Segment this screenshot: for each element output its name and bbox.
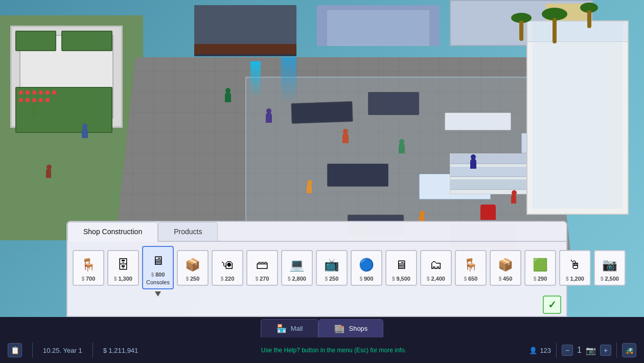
mall-icon: 🏪 — [277, 324, 287, 333]
tab-shop-construction[interactable]: Shop Construction — [67, 222, 158, 242]
item-price-green-screen: $ 290 — [534, 276, 547, 282]
blue-light — [250, 61, 261, 97]
item-icon-rack-small: 📦 — [180, 254, 205, 276]
item-card-counter-mid[interactable]: 🗂$ 2,400 — [420, 250, 452, 286]
zoom-minus-button[interactable]: − — [562, 345, 573, 356]
person-store-5 — [470, 158, 476, 169]
palm-tree-3 — [580, 3, 598, 28]
item-card-rack-small[interactable]: 📦$ 250 — [177, 250, 209, 286]
item-icon-circular-disp: 🔵 — [354, 254, 379, 276]
item-icon-console-stand: 🖥 — [145, 250, 171, 271]
person-count-value: 123 — [540, 347, 551, 354]
zoom-level: 1 — [577, 346, 582, 355]
person-icon: 👤 — [529, 347, 537, 354]
person-store-3 — [342, 133, 349, 143]
help-text: Use the Help? button in the menu (Esc) f… — [148, 347, 519, 354]
palm-tree-2 — [542, 8, 567, 43]
item-icon-shelf-unit: 🗄 — [110, 254, 136, 276]
tab-mall[interactable]: 🏪 Mall — [261, 319, 319, 337]
status-bar: 📋 10.25. Year 1 $ 1,211,941 Use the Help… — [0, 337, 644, 363]
item-card-console-stand[interactable]: 🖥$ 800Consoles — [142, 246, 174, 289]
item-card-gaming-chair[interactable]: 🪑$ 650 — [455, 250, 487, 286]
item-icon-workstation-lg: 💻 — [284, 254, 310, 276]
item-price-counter-mid: $ 2,400 — [427, 276, 445, 282]
item-price-shelf-unit: $ 1,300 — [114, 276, 132, 282]
divider-2 — [93, 343, 93, 358]
palm-tree-1 — [511, 13, 532, 41]
item-card-shelf-wall[interactable]: 🗃$ 270 — [246, 250, 278, 286]
item-price-rack-small: $ 250 — [186, 276, 200, 282]
tab-mall-label: Mall — [291, 325, 303, 332]
shop-construction-panel: Shop Construction Products 🪑$ 700🗄$ 1,30… — [66, 221, 567, 317]
item-price-shelf-wall: $ 270 — [256, 276, 269, 282]
item-card-stand-small[interactable]: 📺$ 250 — [316, 250, 348, 286]
bottom-right-controls: 👤 123 − 1 📷 + 🚜 — [529, 343, 636, 358]
shops-icon: 🏬 — [334, 324, 344, 333]
person-store-7 — [511, 194, 516, 203]
person-store-6 — [307, 184, 312, 193]
money-display: $ 1,211,941 — [103, 347, 139, 354]
person-store-2 — [266, 112, 272, 123]
person-outdoor-1 — [31, 107, 37, 118]
tab-products[interactable]: Products — [158, 222, 218, 241]
item-card-desk-gaming[interactable]: 🖱$ 1,200 — [559, 250, 591, 286]
item-price-kiosk-dark: $ 220 — [221, 276, 235, 282]
tab-shops[interactable]: 🏬 Shops — [318, 319, 383, 337]
item-icon-large-display: 🖥 — [388, 254, 414, 276]
item-icon-stand-small: 📺 — [319, 254, 344, 276]
divider-4 — [616, 343, 617, 358]
item-icon-display-case: 📷 — [597, 254, 623, 276]
item-price-stand-small: $ 250 — [325, 276, 339, 282]
cursor-arrow-console-stand — [155, 291, 161, 297]
divider-1 — [32, 343, 33, 358]
gaming-chair-display — [480, 205, 496, 220]
item-price-gaming-chair: $ 650 — [464, 276, 478, 282]
item-icon-kiosk-dark: 🖲 — [215, 254, 240, 276]
item-card-green-screen[interactable]: 🟩$ 290 — [524, 250, 556, 286]
garden-box-2 — [61, 31, 112, 51]
person-store-4 — [399, 143, 405, 153]
item-card-circular-disp[interactable]: 🔵$ 900 — [351, 250, 382, 286]
item-price-desk-gaming: $ 1,200 — [566, 276, 584, 282]
item-icon-chair: 🪑 — [76, 254, 101, 276]
background-store-1 — [194, 5, 296, 56]
item-card-large-display[interactable]: 🖥$ 9,500 — [385, 250, 417, 286]
panel-items-list: 🪑$ 700🗄$ 1,300🖥$ 800Consoles📦$ 250🖲$ 220… — [67, 242, 566, 293]
confirm-button[interactable]: ✓ — [543, 296, 561, 314]
clipboard-icon[interactable]: 📋 — [8, 343, 22, 357]
item-price-console-stand: $ 800 — [151, 271, 165, 278]
person-count: 👤 123 — [529, 347, 551, 354]
blue-light-2 — [281, 56, 296, 102]
divider-3 — [556, 343, 557, 358]
item-price-chair: $ 700 — [82, 276, 96, 282]
date-display: 10.25. Year 1 — [43, 347, 82, 354]
item-price-large-display: $ 9,500 — [392, 276, 410, 282]
item-price-circular-disp: $ 900 — [360, 276, 374, 282]
background-store-2 — [317, 5, 440, 46]
zoom-plus-button[interactable]: + — [600, 345, 611, 356]
zoom-controls: − 1 📷 + — [562, 345, 611, 356]
person-store-1 — [225, 92, 231, 102]
item-icon-green-screen: 🟩 — [527, 254, 553, 276]
panel-footer: ✓ — [67, 293, 566, 316]
item-price-workstation-lg: $ 2,800 — [288, 276, 306, 282]
item-icon-shelf-wall: 🗃 — [249, 254, 275, 276]
item-card-display-case[interactable]: 📷$ 2,500 — [594, 250, 626, 286]
item-label-console-stand: Consoles — [146, 279, 170, 285]
item-card-chair[interactable]: 🪑$ 700 — [73, 250, 104, 286]
item-card-kiosk-dark[interactable]: 🖲$ 220 — [212, 250, 243, 286]
item-card-stand-med[interactable]: 📦$ 450 — [490, 250, 521, 286]
item-price-stand-med: $ 450 — [499, 276, 513, 282]
item-card-shelf-unit[interactable]: 🗄$ 1,300 — [107, 250, 139, 286]
item-icon-counter-mid: 🗂 — [423, 254, 449, 276]
garden-box-3 — [15, 87, 112, 133]
garden-box-1 — [15, 31, 56, 51]
nav-tab-bar: 🏪 Mall 🏬 Shops — [0, 317, 644, 337]
item-icon-stand-med: 📦 — [493, 254, 518, 276]
excavator-icon: 🚜 — [622, 343, 636, 357]
person-outdoor-3 — [46, 169, 51, 178]
item-card-workstation-lg[interactable]: 💻$ 2,800 — [281, 250, 313, 286]
person-outdoor-2 — [82, 128, 88, 138]
panel-tab-bar: Shop Construction Products — [67, 222, 566, 242]
item-price-display-case: $ 2,500 — [601, 276, 619, 282]
